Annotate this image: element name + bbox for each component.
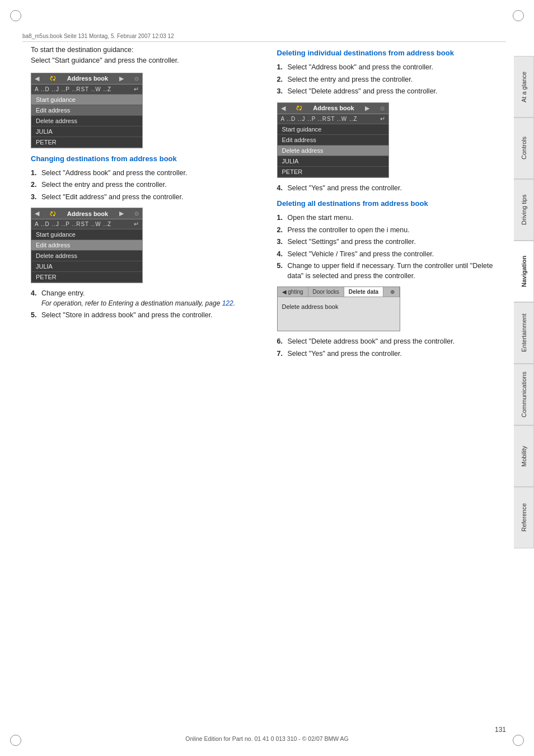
page-link-122[interactable]: 122 xyxy=(222,299,233,307)
screen2-menu-icon: ⊙ xyxy=(134,210,139,217)
step-4: 4. Change entry.For operation, refer to … xyxy=(31,289,260,308)
screen1-item-julia: JULIA xyxy=(31,126,142,137)
screen2-item-julia: JULIA xyxy=(31,261,142,272)
steps-list-2: 4. Change entry.For operation, refer to … xyxy=(31,289,260,321)
screen3: ◀ 🗘 Address book ▶ ⊙ A ..D ..J ..P ..RST… xyxy=(277,102,389,178)
section-heading-delete-all: Deleting all destinations from address b… xyxy=(277,199,507,209)
sidebar-tabs: At a glance Controls Driving tips Naviga… xyxy=(514,56,534,548)
sidebar-item-communications[interactable]: Communications xyxy=(514,364,534,425)
step-3: 3. Select "Edit address" and press the c… xyxy=(31,192,260,203)
step-1: 1. Select "Address book" and press the c… xyxy=(31,168,260,179)
right-all-step-6: 6. Select "Delete address book" and pres… xyxy=(277,337,507,347)
screen3-item-edit: Edit address xyxy=(278,135,388,145)
screen3-item-start: Start guidance xyxy=(278,124,388,135)
sidebar-item-driving-tips[interactable]: Driving tips xyxy=(514,179,534,241)
sidebar-item-navigation[interactable]: Navigation xyxy=(514,241,534,302)
screen3-item-peter: PETER xyxy=(278,167,388,177)
screen2-item-peter: PETER xyxy=(31,272,142,283)
section-heading-changing: Changing destinations from address book xyxy=(31,154,260,164)
screen1-menu-icon: ⊙ xyxy=(134,76,139,82)
intro-line1: To start the destination guidance: xyxy=(31,45,260,55)
screen1-item-peter: PETER xyxy=(31,137,142,148)
screen3-header: ◀ 🗘 Address book ▶ ⊙ xyxy=(278,103,388,114)
right-steps-list-4: 6. Select "Delete address book" and pres… xyxy=(277,337,507,359)
screen2-letters: A ..D ..J ..P ..RST ..W ..Z xyxy=(35,221,111,227)
screen1-arrows-right: ▶ xyxy=(119,75,124,82)
delete-tab-lighting: ◀ ghting xyxy=(278,287,308,297)
screen2-item-delete: Delete address xyxy=(31,251,142,261)
screen1-item-edit: Edit address xyxy=(31,105,142,116)
screen2-book-icon: 🗘 xyxy=(50,210,56,217)
delete-screen: ◀ ghting Door locks Delete data ⊕ Delete… xyxy=(277,287,400,331)
steps-list-1: 1. Select "Address book" and press the c… xyxy=(31,168,260,203)
screen1-letters: A ..D ..J ..P ..RST ..W ..Z xyxy=(35,86,111,92)
screen1-nav: A ..D ..J ..P ..RST ..W ..Z ↵ xyxy=(31,84,142,95)
right-all-step-4: 4. Select "Vehicle / Tires" and press th… xyxy=(277,250,507,260)
sidebar-item-controls[interactable]: Controls xyxy=(514,118,534,179)
section-heading-delete-individual: Deleting individual destinations from ad… xyxy=(277,48,507,58)
right-steps-list-3: 1. Open the start menu. 2. Press the con… xyxy=(277,213,507,281)
right-all-step-1: 1. Open the start menu. xyxy=(277,213,507,223)
col-right: Deleting individual destinations from ad… xyxy=(277,45,507,364)
screen3-nav: A ..D ..J ..P ..RST ..W ..Z ↵ xyxy=(278,114,388,124)
screen2-enter: ↵ xyxy=(134,220,139,228)
right-step-1: 1. Select "Address book" and press the c… xyxy=(277,63,507,73)
screen3-item-delete: Delete address xyxy=(278,145,388,156)
right-all-step-2: 2. Press the controller to open the i me… xyxy=(277,226,507,236)
delete-tab-power: ⊕ xyxy=(386,287,400,297)
intro-line2: Select "Start guidance" and press the co… xyxy=(31,55,260,66)
screen2-item-edit: Edit address xyxy=(31,240,142,251)
screen2-item-start: Start guidance xyxy=(31,229,142,240)
screen3-item-julia: JULIA xyxy=(278,156,388,167)
screen3-title: Address book xyxy=(313,105,354,111)
right-all-step-7: 7. Select "Yes" and press the controller… xyxy=(277,349,507,359)
right-all-step-5: 5. Change to upper field if necessary. T… xyxy=(277,261,507,281)
screen1-arrows-left: ◀ xyxy=(35,75,39,82)
right-step-2: 2. Select the entry and press the contro… xyxy=(277,75,507,85)
screen2-header: ◀ 🗘 Address book ▶ ⊙ xyxy=(31,208,142,219)
screen3-enter: ↵ xyxy=(380,115,385,123)
step-2: 2. Select the entry and press the contro… xyxy=(31,180,260,190)
right-step-3: 3. Select "Delete address" and press the… xyxy=(277,87,507,97)
sidebar-item-entertainment[interactable]: Entertainment xyxy=(514,302,534,364)
intro-text: To start the destination guidance: Selec… xyxy=(31,45,260,66)
screen1-title: Address book xyxy=(67,75,108,82)
corner-mark-tr xyxy=(513,10,524,21)
screen1: ◀ 🗘 Address book ▶ ⊙ A ..D ..J ..P ..RST… xyxy=(31,73,143,148)
step-5: 5. Select "Store in address book" and pr… xyxy=(31,311,260,321)
screen1-item-start: Start guidance xyxy=(31,95,142,105)
sidebar-item-at-a-glance[interactable]: At a glance xyxy=(514,56,534,118)
delete-content: Delete address book xyxy=(278,297,400,331)
screen2-nav: A ..D ..J ..P ..RST ..W ..Z ↵ xyxy=(31,219,142,229)
screen3-letters: A ..D ..J ..P ..RST ..W ..Z xyxy=(281,116,358,122)
screen1-enter: ↵ xyxy=(134,86,139,93)
screen2: ◀ 🗘 Address book ▶ ⊙ A ..D ..J ..P ..RST… xyxy=(31,208,143,283)
screen1-item-delete: Delete address xyxy=(31,116,142,126)
sidebar-item-reference[interactable]: Reference xyxy=(514,487,534,548)
col-left: To start the destination guidance: Selec… xyxy=(31,45,260,364)
right-all-step-3: 3. Select "Settings" and press the contr… xyxy=(277,237,507,247)
delete-tab-delete-data[interactable]: Delete data xyxy=(344,287,383,297)
delete-address-book-item: Delete address book xyxy=(282,302,395,312)
main-content: To start the destination guidance: Selec… xyxy=(31,45,506,722)
screen3-menu-icon: ⊙ xyxy=(380,105,385,111)
page-number: 131 xyxy=(495,726,506,734)
screen3-book-icon: 🗘 xyxy=(296,105,302,111)
header-filename: ba8_m5us.book Seite 131 Montag, 5. Febru… xyxy=(22,33,174,39)
screen2-arrows-right: ▶ xyxy=(119,210,124,217)
screen3-arrows-right: ▶ xyxy=(365,105,369,112)
screen2-arrows-left: ◀ xyxy=(35,210,39,217)
sidebar-item-mobility[interactable]: Mobility xyxy=(514,425,534,487)
delete-screen-tabs: ◀ ghting Door locks Delete data ⊕ xyxy=(278,287,400,297)
right-steps-list-2: 4. Select "Yes" and press the controller… xyxy=(277,184,507,194)
screen1-book-icon: 🗘 xyxy=(50,75,56,82)
corner-mark-tl xyxy=(10,10,21,21)
delete-tab-door-locks: Door locks xyxy=(308,287,344,297)
right-step-4: 4. Select "Yes" and press the controller… xyxy=(277,184,507,194)
screen1-header: ◀ 🗘 Address book ▶ ⊙ xyxy=(31,73,142,84)
screen2-title: Address book xyxy=(67,210,108,217)
two-column-layout: To start the destination guidance: Selec… xyxy=(31,45,506,364)
right-steps-list-1: 1. Select "Address book" and press the c… xyxy=(277,63,507,97)
header-bar: ba8_m5us.book Seite 131 Montag, 5. Febru… xyxy=(22,31,506,42)
screen3-arrows-left: ◀ xyxy=(281,105,285,112)
